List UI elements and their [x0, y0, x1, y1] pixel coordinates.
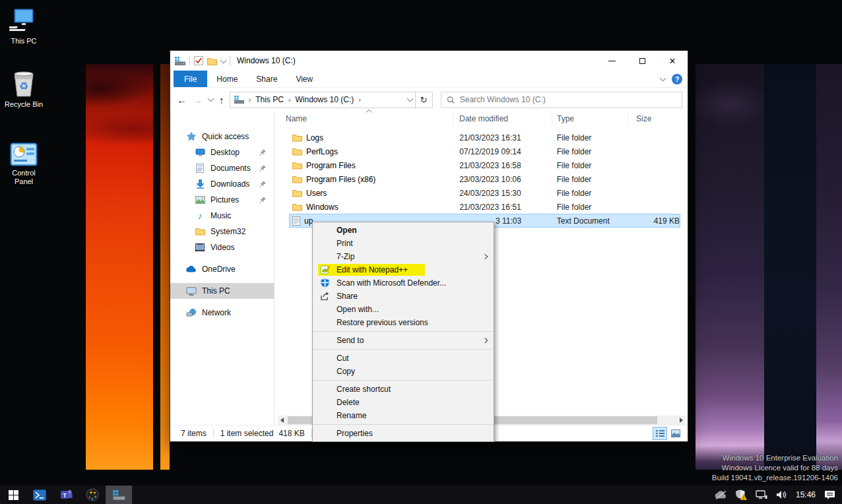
submenu-arrow-icon: [482, 338, 488, 343]
action-center-icon[interactable]: [824, 490, 835, 500]
address-dropdown-chevron-icon[interactable]: [406, 96, 413, 102]
desktop-icon-control-panel[interactable]: Control Panel: [2, 137, 46, 186]
share-icon: [319, 292, 330, 301]
menu-item-print[interactable]: Print: [313, 237, 494, 250]
file-row-windows[interactable]: Windows 21/03/2023 16:51 File folder: [289, 200, 680, 214]
scroll-left-arrow[interactable]: [278, 416, 286, 425]
file-row-logs[interactable]: Logs 21/03/2023 16:31 File folder: [289, 131, 680, 144]
sidebar-item-quick-access[interactable]: Quick access: [170, 129, 274, 144]
expand-ribbon-chevron-icon[interactable]: [660, 75, 666, 81]
tab-share[interactable]: Share: [247, 71, 286, 87]
customize-toolbar-chevron-icon[interactable]: [220, 57, 227, 64]
sidebar-item-pictures[interactable]: Pictures: [170, 192, 274, 208]
file-row-users[interactable]: Users 24/03/2023 15:30 File folder: [289, 186, 680, 200]
tab-view[interactable]: View: [286, 71, 322, 87]
refresh-button[interactable]: ↻: [416, 92, 433, 108]
submenu-arrow-icon: [482, 254, 488, 259]
recent-locations-chevron-icon[interactable]: [208, 96, 214, 102]
column-header-name[interactable]: Name: [278, 111, 453, 125]
sidebar-item-music[interactable]: ♪ Music: [170, 208, 274, 224]
menu-item-cut[interactable]: Cut: [313, 352, 494, 365]
properties-button-icon[interactable]: [194, 56, 203, 65]
menu-item-share[interactable]: Share: [313, 290, 494, 303]
sidebar-item-onedrive[interactable]: OneDrive: [170, 261, 274, 277]
breadcrumb-drive[interactable]: Windows 10 (C:): [296, 95, 354, 104]
sidebar-item-label: Videos: [210, 243, 234, 252]
back-button[interactable]: ←: [177, 95, 187, 105]
sidebar-item-label: Downloads: [210, 179, 249, 189]
desktop-icon-recycle-bin[interactable]: ♻ Recycle Bin: [2, 69, 46, 109]
scroll-right-arrow[interactable]: [677, 416, 686, 425]
start-button[interactable]: [0, 486, 26, 504]
security-shield-warning-icon[interactable]: [736, 489, 747, 500]
tab-file[interactable]: File: [174, 71, 207, 87]
search-input[interactable]: [460, 95, 676, 104]
menu-item-7zip[interactable]: 7-Zip: [313, 250, 494, 263]
file-row-program-files[interactable]: Program Files 21/03/2023 16:58 File fold…: [289, 158, 680, 172]
breadcrumb-this-pc[interactable]: This PC: [255, 95, 284, 104]
desktop-icon-label: Recycle Bin: [2, 100, 46, 109]
tab-home[interactable]: Home: [207, 71, 247, 87]
downloads-icon: [195, 179, 205, 189]
menu-item-properties[interactable]: Properties: [313, 427, 494, 440]
menu-item-restore-previous-versions[interactable]: Restore previous versions: [313, 316, 494, 329]
taskbar-file-explorer-button[interactable]: [106, 486, 132, 504]
taskbar-clock[interactable]: 15:46: [796, 490, 816, 499]
menu-item-rename[interactable]: Rename: [313, 409, 494, 422]
sidebar-item-network[interactable]: Network: [170, 305, 274, 321]
desktop-icon-label: Control Panel: [2, 169, 46, 186]
sidebar-item-system32[interactable]: System32: [170, 224, 274, 239]
sidebar-item-label: Music: [210, 211, 231, 220]
menu-item-open-with[interactable]: Open with...: [313, 303, 494, 316]
title-bar[interactable]: Windows 10 (C:) ✕: [170, 51, 688, 71]
pin-icon: [259, 181, 266, 187]
menu-item-open[interactable]: Open: [313, 224, 494, 237]
desktop-icon-this-pc[interactable]: This PC: [2, 5, 46, 46]
menu-item-copy[interactable]: Copy: [313, 365, 494, 378]
menu-item-scan-with-defender[interactable]: Scan with Microsoft Defender...: [313, 276, 494, 290]
chevron-right-icon: ›: [284, 96, 296, 104]
sidebar-item-videos[interactable]: Videos: [170, 239, 274, 255]
close-button[interactable]: ✕: [657, 51, 688, 71]
minimize-button[interactable]: [597, 51, 627, 71]
file-row-program-files-x86[interactable]: Program Files (x86) 23/03/2023 10:06 Fil…: [289, 172, 680, 186]
network-icon: [186, 309, 197, 317]
navigation-pane: Quick access Desktop Documents: [170, 111, 275, 425]
taskbar-powershell-button[interactable]: [26, 486, 53, 504]
details-view-button[interactable]: [653, 427, 666, 439]
taskbar-round-app-button[interactable]: +: [79, 486, 106, 504]
wallpaper-purple-edge-strip: [816, 64, 842, 470]
forward-button[interactable]: →: [193, 95, 203, 105]
file-row-perflogs[interactable]: PerfLogs 07/12/2019 09:14 File folder: [289, 144, 680, 158]
large-icons-view-button[interactable]: [669, 427, 682, 439]
folder-icon: [195, 228, 205, 236]
search-box[interactable]: [441, 92, 683, 108]
help-button[interactable]: ?: [672, 74, 682, 84]
this-pc-drive-icon: [175, 57, 185, 65]
up-button[interactable]: ↑: [219, 95, 224, 105]
onedrive-paused-icon[interactable]: [715, 491, 727, 499]
sidebar-item-desktop[interactable]: Desktop: [170, 144, 274, 160]
menu-item-send-to[interactable]: Send to: [313, 334, 494, 347]
column-header-size[interactable]: Size: [629, 111, 687, 125]
menu-item-delete[interactable]: Delete: [313, 396, 494, 409]
menu-separator: [313, 349, 493, 350]
wallpaper-purple-strip: [696, 64, 764, 470]
column-header-type[interactable]: Type: [552, 111, 629, 125]
sidebar-item-label: This PC: [202, 286, 230, 296]
address-bar[interactable]: › This PC › Windows 10 (C:) ›: [230, 92, 416, 108]
taskbar-teams-button[interactable]: T: [53, 486, 79, 504]
column-headers: Name Date modified Type Size: [278, 111, 688, 125]
menu-item-edit-with-notepad-plus-plus[interactable]: Edit with Notepad++: [313, 263, 494, 276]
sidebar-item-this-pc[interactable]: This PC: [170, 283, 274, 299]
menu-item-create-shortcut[interactable]: Create shortcut: [313, 383, 494, 396]
maximize-button[interactable]: [627, 51, 657, 71]
new-folder-button-icon[interactable]: [207, 57, 217, 65]
sidebar-item-documents[interactable]: Documents: [170, 160, 274, 176]
sidebar-item-downloads[interactable]: Downloads: [170, 176, 274, 192]
network-ethernet-icon[interactable]: [756, 490, 767, 499]
column-header-date-modified[interactable]: Date modified: [453, 111, 552, 125]
volume-icon[interactable]: [776, 490, 787, 499]
windows-evaluation-watermark: Windows 10 Enterprise Evaluation Windows…: [712, 453, 838, 483]
selection-count: 1 item selected: [220, 429, 274, 438]
